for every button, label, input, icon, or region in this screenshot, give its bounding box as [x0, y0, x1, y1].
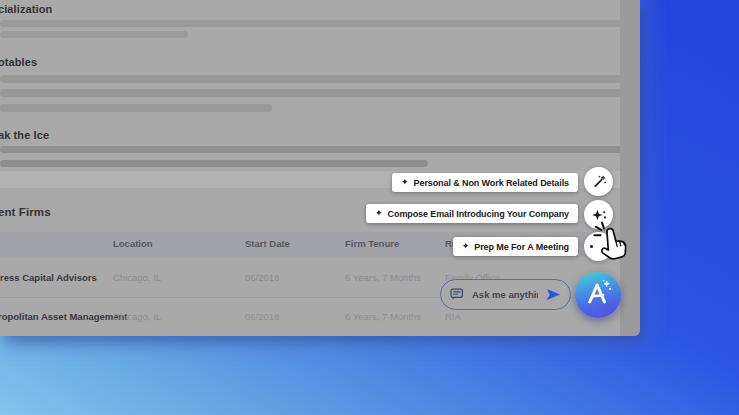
magic-wand-icon [590, 173, 608, 191]
occluded-icon [590, 245, 593, 248]
ask-anything-input[interactable] [470, 288, 540, 301]
firm-registration: RIA [445, 311, 461, 322]
skeleton-bar [0, 160, 428, 167]
send-paper-plane-icon [546, 288, 561, 301]
skeleton-bar [0, 146, 622, 153]
skeleton-bar [0, 89, 622, 97]
suggestion-label: Prep Me For A Meeting [474, 242, 569, 252]
skeleton-bar [0, 104, 272, 112]
assistant-avatar-button[interactable] [575, 272, 621, 318]
chat-bubble-icon [450, 288, 464, 301]
firm-location: Chicago, IL [113, 311, 161, 322]
four-point-star-icon: ✦ [462, 242, 470, 251]
firm-tenure: 6 Years, 7 Months [345, 311, 421, 322]
send-button[interactable] [546, 288, 561, 301]
firm-name: ropolitan Asset Management [0, 311, 128, 322]
panel-right-margin [620, 0, 640, 336]
suggestion-label: Compose Email Introducing Your Company [388, 209, 569, 219]
prep-meeting-icon-button[interactable] [584, 232, 613, 261]
section-heading-break-the-ice: ak the Ice [0, 129, 49, 141]
column-header-location: Location [113, 238, 153, 249]
firm-location: Chicago, IL [113, 272, 161, 283]
firm-name: ress Capital Advisors [0, 272, 97, 283]
suggestion-label: Personal & Non Work Related Details [414, 178, 569, 188]
assistant-logo-a-icon [578, 275, 618, 315]
sparkles-button[interactable] [584, 200, 613, 229]
suggestion-personal-details-button[interactable]: ✦ Personal & Non Work Related Details [392, 173, 578, 192]
skeleton-bar [0, 75, 622, 83]
magic-wand-button[interactable] [584, 167, 613, 196]
suggestion-compose-email-button[interactable]: ✦ Compose Email Introducing Your Company [366, 204, 578, 223]
four-point-star-icon: ✦ [401, 178, 409, 187]
section-heading-specialization: cialization [0, 3, 52, 15]
four-point-star-icon: ✦ [375, 209, 383, 218]
section-heading-current-firms: ent Firms [0, 206, 51, 218]
firm-start-date: 06/2018 [245, 311, 279, 322]
suggestion-prep-meeting-button[interactable]: ✦ Prep Me For A Meeting [453, 237, 578, 256]
column-header-start-date: Start Date [245, 238, 290, 249]
sparkles-icon [590, 207, 608, 223]
firm-tenure: 6 Years, 7 Months [345, 272, 421, 283]
firm-start-date: 06/2018 [245, 272, 279, 283]
screen: { "page": { "headings": { "specializatio… [0, 0, 739, 415]
column-header-firm-tenure: Firm Tenure [345, 238, 399, 249]
assistant-input-bar[interactable] [440, 279, 571, 310]
skeleton-bar [0, 20, 622, 27]
section-heading-notables: otables [0, 56, 37, 68]
skeleton-bar [0, 31, 188, 38]
